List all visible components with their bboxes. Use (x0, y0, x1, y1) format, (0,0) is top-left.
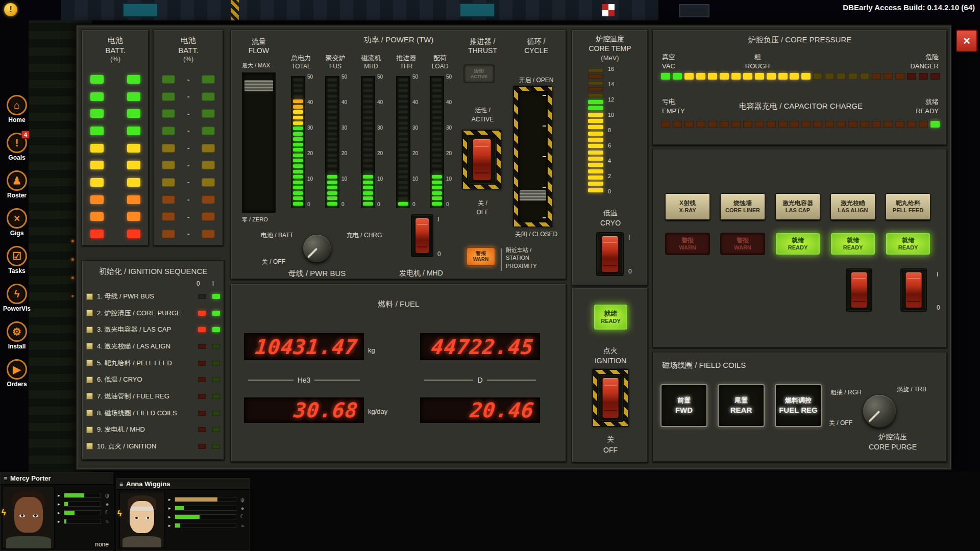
sidebar-item-home[interactable]: ⌂Home (0, 95, 34, 133)
fieldcoil-button-fuel-reg[interactable]: 燃料调控FUEL REG (775, 384, 822, 427)
lamp-label-en: WARN (734, 244, 751, 251)
cryo-switch[interactable] (596, 232, 624, 276)
meter-scale-label: 0 (341, 202, 345, 207)
system-switch-2[interactable] (900, 268, 927, 312)
system-button-las-align[interactable]: 激光校瞄LAS ALIGN (830, 193, 875, 220)
battery-row: - (162, 92, 215, 101)
stat-bar[interactable] (175, 497, 236, 502)
meter-scale-label: 10 (377, 176, 383, 182)
sidebar: ⌂Home!4Goals♟Roster×Gigs☑TasksϟPowerVis⚙… (0, 95, 34, 397)
field-coils-title: 磁场线圈 / FIELD COILS (662, 361, 746, 370)
step-pad-button[interactable] (86, 293, 93, 300)
sidebar-item-label: Roster (0, 192, 34, 199)
meter-led (432, 170, 442, 173)
mhd-switch[interactable] (411, 214, 433, 257)
cryo-rocker[interactable] (602, 236, 618, 272)
sidebar-item-roster[interactable]: ♟Roster (0, 170, 34, 208)
meter-led (293, 127, 303, 130)
stat-bar[interactable] (175, 523, 236, 528)
battery-led (127, 92, 140, 101)
coretemp-scale: 1614121086420 (608, 66, 628, 196)
trend-arrow-icon: ▸ (168, 523, 175, 528)
crew-bars: ▸ψ▸●▸☾▸≈ (58, 491, 111, 525)
sidebar-item-gigs[interactable]: ×Gigs (0, 208, 34, 246)
battery-led (127, 212, 140, 221)
battery-title-cn: 电池 (82, 35, 149, 45)
sidebar-item-orders[interactable]: ▶Orders (0, 359, 34, 397)
system-button-las-cap[interactable]: 激光电容器LAS CAP (775, 193, 820, 220)
sidebar-item-tasks[interactable]: ☑Tasks (0, 246, 34, 284)
orders-icon: ▶ (7, 359, 27, 380)
battery-title: 电池 BATT. (%) (82, 30, 149, 64)
cryo-label-cn: 低温 (572, 208, 649, 218)
stat-bar[interactable] (64, 519, 101, 524)
step-pad-button[interactable] (86, 393, 93, 399)
system-button-core-liner[interactable]: 烧蚀墙CORE LINER (720, 193, 765, 220)
step-pad-button[interactable] (86, 360, 93, 366)
stat-bar[interactable] (175, 514, 236, 519)
close-button[interactable]: × (956, 30, 977, 52)
battery-led (90, 109, 104, 118)
stat-bar[interactable] (64, 510, 101, 515)
crew-card-2[interactable]: ≡ Anna Wiggins ϟ ▸ψ▸●▸☾▸≈ (116, 478, 250, 551)
cycle-slider-thumb[interactable] (520, 190, 546, 201)
ignition-switch[interactable] (597, 374, 624, 422)
pwr-bus-label: 母线 / PWR BUS (266, 269, 368, 279)
cycle-slider[interactable] (518, 91, 548, 222)
power-meters: 总电力TOTAL50403020100聚变炉FUS50403020100磁流机M… (231, 30, 466, 234)
sidebar-item-powervis[interactable]: ϟPowerVis (0, 284, 34, 321)
meter-led (363, 121, 373, 125)
stat-bar[interactable] (175, 506, 236, 511)
fieldcoil-button-rear[interactable]: 尾置REAR (718, 384, 765, 427)
system-rocker[interactable] (851, 272, 867, 308)
step-pad-button[interactable] (86, 443, 93, 449)
meter-scale-label: 50 (412, 74, 418, 80)
core-purge-en: CORE PURGE (847, 442, 939, 452)
power-panel: 功率 / POWER (TW) 流量 FLOW 最大 / MAX 零 / ZER… (231, 30, 567, 280)
vac-en: VAC (662, 62, 675, 71)
capacitor-led (837, 121, 846, 128)
step-label: 2. 炉腔清压 / CORE PURGE (97, 309, 191, 318)
crew-stat-row: ▸≈ (168, 521, 246, 530)
lamp-label-cn: 就绪 (792, 237, 804, 244)
ignition-rocker[interactable] (603, 378, 619, 417)
step-pad-button[interactable] (86, 310, 93, 316)
fieldcoil-button-fwd[interactable]: 前置FWD (660, 384, 707, 427)
ignition-step: 3. 激光电容器 / LAS CAP (86, 322, 220, 337)
ignition-step: 9. 发电机 / MHD (86, 422, 220, 437)
meter-led (363, 170, 373, 173)
system-lamp-4: 就绪READY (830, 233, 875, 255)
thrust-switch[interactable] (467, 135, 497, 185)
step-pad-button[interactable] (86, 327, 93, 333)
crew-portrait[interactable] (119, 492, 164, 548)
step-pad-button[interactable] (86, 410, 93, 416)
step-pad-button[interactable] (86, 427, 93, 433)
meter-led (293, 132, 303, 136)
thrust-rocker[interactable] (473, 139, 491, 181)
meter-scale-label: 30 (412, 125, 418, 131)
crew-portrait[interactable] (3, 487, 55, 549)
step-led-off (198, 327, 206, 332)
pwr-bus-knob[interactable] (303, 235, 331, 262)
cycle-title-en: CYCLE (509, 46, 563, 55)
system-button-pell-feed[interactable]: 靶丸给料PELL FEED (886, 193, 930, 220)
system-rocker[interactable] (906, 272, 922, 308)
step-pad-button[interactable] (86, 343, 93, 349)
system-switch-1[interactable] (846, 268, 872, 312)
alert-icon[interactable]: ! (4, 3, 17, 16)
stat-icon: ☾ (239, 513, 246, 520)
meter-led (363, 110, 373, 114)
danger-cn: 危险 (910, 53, 939, 62)
ignition-sequence-panel: 初始化 / IGNITION SEQUENCE 0 I 1. 母线 / PWR … (82, 260, 225, 460)
stat-bar[interactable] (64, 502, 101, 507)
sidebar-item-goals[interactable]: !4Goals (0, 133, 34, 170)
core-purge-knob[interactable] (863, 395, 896, 428)
lightning-icon: ϟ (117, 509, 121, 518)
stat-bar[interactable] (64, 493, 101, 498)
sidebar-item-install[interactable]: ⚙Install (0, 321, 34, 359)
crew-card-1[interactable]: ≡ Mercy Porter ϟ ▸ψ▸●▸☾▸≈ none (0, 472, 113, 551)
meter-led (293, 94, 303, 98)
system-button-x-ray[interactable]: X射线X-RAY (665, 193, 710, 220)
step-pad-button[interactable] (86, 377, 93, 383)
mhd-rocker[interactable] (415, 218, 429, 254)
